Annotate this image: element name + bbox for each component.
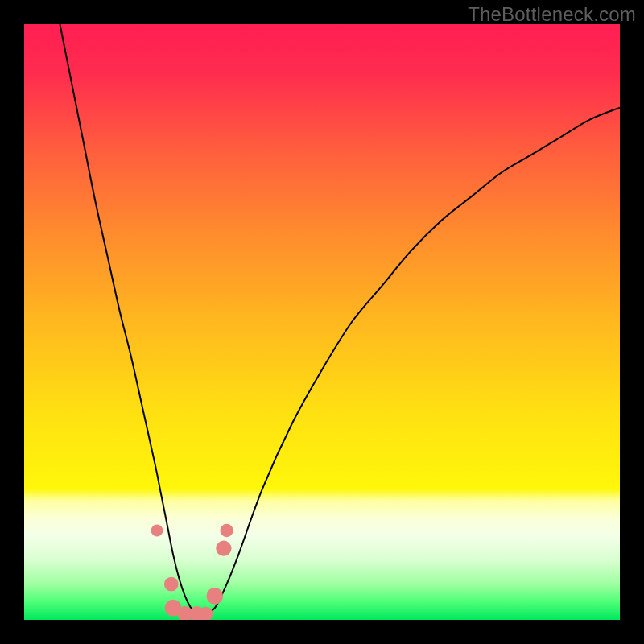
plot-svg (24, 24, 620, 620)
marker-point (151, 525, 163, 537)
chart-frame: TheBottleneck.com (0, 0, 644, 644)
marker-point (164, 577, 179, 592)
marker-point (220, 524, 233, 537)
marker-point (216, 541, 231, 556)
watermark-text: TheBottleneck.com (468, 3, 636, 26)
marker-point (206, 588, 223, 605)
gradient-background (24, 24, 620, 620)
plot-area (24, 24, 620, 620)
